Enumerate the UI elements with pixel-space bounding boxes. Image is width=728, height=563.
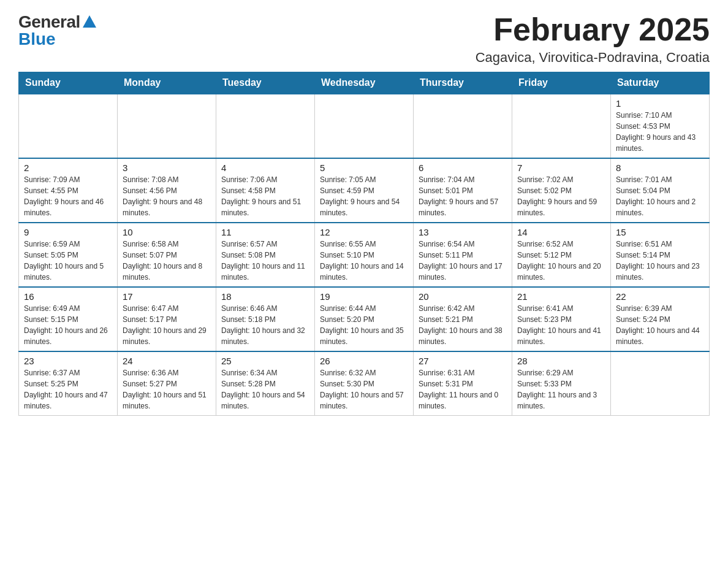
calendar-week-row: 2Sunrise: 7:09 AM Sunset: 4:55 PM Daylig… bbox=[19, 158, 710, 223]
day-number: 5 bbox=[320, 163, 408, 173]
day-number: 3 bbox=[123, 163, 211, 173]
day-info: Sunrise: 6:58 AM Sunset: 5:07 PM Dayligh… bbox=[123, 239, 211, 283]
day-number: 7 bbox=[517, 163, 605, 173]
calendar-cell bbox=[315, 94, 414, 158]
day-number: 24 bbox=[123, 356, 211, 366]
day-number: 21 bbox=[517, 291, 605, 302]
day-info: Sunrise: 6:47 AM Sunset: 5:17 PM Dayligh… bbox=[123, 303, 211, 347]
calendar-cell: 9Sunrise: 6:59 AM Sunset: 5:05 PM Daylig… bbox=[19, 223, 118, 287]
day-info: Sunrise: 6:51 AM Sunset: 5:14 PM Dayligh… bbox=[616, 239, 704, 283]
page-header: General Blue February 2025 Cagavica, Vir… bbox=[18, 12, 710, 66]
day-number: 10 bbox=[123, 227, 211, 237]
calendar-week-row: 9Sunrise: 6:59 AM Sunset: 5:05 PM Daylig… bbox=[19, 223, 710, 287]
svg-marker-0 bbox=[83, 15, 96, 28]
day-info: Sunrise: 6:49 AM Sunset: 5:15 PM Dayligh… bbox=[24, 303, 112, 347]
day-info: Sunrise: 6:36 AM Sunset: 5:27 PM Dayligh… bbox=[123, 367, 211, 412]
day-info: Sunrise: 6:37 AM Sunset: 5:25 PM Dayligh… bbox=[24, 367, 112, 412]
day-number: 8 bbox=[616, 163, 704, 173]
day-number: 20 bbox=[419, 291, 507, 302]
day-info: Sunrise: 6:55 AM Sunset: 5:10 PM Dayligh… bbox=[320, 239, 408, 283]
day-number: 2 bbox=[24, 163, 112, 173]
day-info: Sunrise: 7:10 AM Sunset: 4:53 PM Dayligh… bbox=[616, 110, 704, 154]
calendar-week-row: 1Sunrise: 7:10 AM Sunset: 4:53 PM Daylig… bbox=[19, 94, 710, 158]
month-year-title: February 2025 bbox=[476, 12, 710, 47]
calendar-cell: 11Sunrise: 6:57 AM Sunset: 5:08 PM Dayli… bbox=[216, 223, 315, 287]
weekday-header-friday: Friday bbox=[512, 72, 611, 94]
day-info: Sunrise: 6:54 AM Sunset: 5:11 PM Dayligh… bbox=[419, 239, 507, 283]
day-info: Sunrise: 6:44 AM Sunset: 5:20 PM Dayligh… bbox=[320, 303, 408, 347]
day-number: 9 bbox=[24, 227, 112, 237]
day-info: Sunrise: 6:59 AM Sunset: 5:05 PM Dayligh… bbox=[24, 239, 112, 283]
day-number: 1 bbox=[616, 98, 704, 109]
logo-triangle-icon bbox=[83, 15, 96, 28]
day-number: 13 bbox=[419, 227, 507, 237]
logo: General Blue bbox=[18, 12, 96, 49]
calendar-cell: 5Sunrise: 7:05 AM Sunset: 4:59 PM Daylig… bbox=[315, 158, 414, 223]
calendar-cell: 3Sunrise: 7:08 AM Sunset: 4:56 PM Daylig… bbox=[118, 158, 216, 223]
calendar-cell: 26Sunrise: 6:32 AM Sunset: 5:30 PM Dayli… bbox=[315, 351, 414, 416]
calendar-week-row: 23Sunrise: 6:37 AM Sunset: 5:25 PM Dayli… bbox=[19, 351, 710, 416]
calendar-cell bbox=[216, 94, 315, 158]
day-number: 23 bbox=[24, 356, 112, 366]
day-number: 18 bbox=[221, 291, 309, 302]
calendar-cell: 4Sunrise: 7:06 AM Sunset: 4:58 PM Daylig… bbox=[216, 158, 315, 223]
day-number: 26 bbox=[320, 356, 408, 366]
day-info: Sunrise: 6:57 AM Sunset: 5:08 PM Dayligh… bbox=[221, 239, 309, 283]
day-info: Sunrise: 7:08 AM Sunset: 4:56 PM Dayligh… bbox=[123, 174, 211, 218]
weekday-header-monday: Monday bbox=[118, 72, 216, 94]
day-info: Sunrise: 6:46 AM Sunset: 5:18 PM Dayligh… bbox=[221, 303, 309, 347]
weekday-header-row: SundayMondayTuesdayWednesdayThursdayFrid… bbox=[19, 72, 710, 94]
day-number: 16 bbox=[24, 291, 112, 302]
calendar-table: SundayMondayTuesdayWednesdayThursdayFrid… bbox=[18, 72, 710, 416]
day-info: Sunrise: 7:02 AM Sunset: 5:02 PM Dayligh… bbox=[517, 174, 605, 218]
day-number: 15 bbox=[616, 227, 704, 237]
day-info: Sunrise: 7:01 AM Sunset: 5:04 PM Dayligh… bbox=[616, 174, 704, 218]
weekday-header-thursday: Thursday bbox=[414, 72, 512, 94]
calendar-cell bbox=[512, 94, 611, 158]
day-info: Sunrise: 6:52 AM Sunset: 5:12 PM Dayligh… bbox=[517, 239, 605, 283]
day-info: Sunrise: 6:42 AM Sunset: 5:21 PM Dayligh… bbox=[419, 303, 507, 347]
day-number: 19 bbox=[320, 291, 408, 302]
day-number: 27 bbox=[419, 356, 507, 366]
calendar-cell bbox=[118, 94, 216, 158]
day-number: 4 bbox=[221, 163, 309, 173]
calendar-cell: 22Sunrise: 6:39 AM Sunset: 5:24 PM Dayli… bbox=[611, 287, 710, 351]
day-number: 11 bbox=[221, 227, 309, 237]
calendar-cell: 18Sunrise: 6:46 AM Sunset: 5:18 PM Dayli… bbox=[216, 287, 315, 351]
weekday-header-wednesday: Wednesday bbox=[315, 72, 414, 94]
calendar-cell: 12Sunrise: 6:55 AM Sunset: 5:10 PM Dayli… bbox=[315, 223, 414, 287]
calendar-cell: 8Sunrise: 7:01 AM Sunset: 5:04 PM Daylig… bbox=[611, 158, 710, 223]
calendar-cell: 16Sunrise: 6:49 AM Sunset: 5:15 PM Dayli… bbox=[19, 287, 118, 351]
calendar-cell: 24Sunrise: 6:36 AM Sunset: 5:27 PM Dayli… bbox=[118, 351, 216, 416]
calendar-cell: 2Sunrise: 7:09 AM Sunset: 4:55 PM Daylig… bbox=[19, 158, 118, 223]
day-info: Sunrise: 7:09 AM Sunset: 4:55 PM Dayligh… bbox=[24, 174, 112, 218]
day-number: 14 bbox=[517, 227, 605, 237]
day-info: Sunrise: 6:31 AM Sunset: 5:31 PM Dayligh… bbox=[419, 367, 507, 412]
day-info: Sunrise: 7:06 AM Sunset: 4:58 PM Dayligh… bbox=[221, 174, 309, 218]
day-number: 6 bbox=[419, 163, 507, 173]
calendar-cell: 15Sunrise: 6:51 AM Sunset: 5:14 PM Dayli… bbox=[611, 223, 710, 287]
day-number: 25 bbox=[221, 356, 309, 366]
weekday-header-tuesday: Tuesday bbox=[216, 72, 315, 94]
calendar-cell: 17Sunrise: 6:47 AM Sunset: 5:17 PM Dayli… bbox=[118, 287, 216, 351]
day-number: 12 bbox=[320, 227, 408, 237]
logo-blue-text: Blue bbox=[18, 29, 56, 49]
day-number: 17 bbox=[123, 291, 211, 302]
calendar-cell bbox=[414, 94, 512, 158]
calendar-cell: 19Sunrise: 6:44 AM Sunset: 5:20 PM Dayli… bbox=[315, 287, 414, 351]
calendar-cell: 20Sunrise: 6:42 AM Sunset: 5:21 PM Dayli… bbox=[414, 287, 512, 351]
calendar-cell: 28Sunrise: 6:29 AM Sunset: 5:33 PM Dayli… bbox=[512, 351, 611, 416]
calendar-cell: 6Sunrise: 7:04 AM Sunset: 5:01 PM Daylig… bbox=[414, 158, 512, 223]
calendar-cell bbox=[611, 351, 710, 416]
calendar-cell: 25Sunrise: 6:34 AM Sunset: 5:28 PM Dayli… bbox=[216, 351, 315, 416]
day-info: Sunrise: 6:32 AM Sunset: 5:30 PM Dayligh… bbox=[320, 367, 408, 412]
calendar-cell: 14Sunrise: 6:52 AM Sunset: 5:12 PM Dayli… bbox=[512, 223, 611, 287]
calendar-cell: 1Sunrise: 7:10 AM Sunset: 4:53 PM Daylig… bbox=[611, 94, 710, 158]
weekday-header-sunday: Sunday bbox=[19, 72, 118, 94]
calendar-cell: 21Sunrise: 6:41 AM Sunset: 5:23 PM Dayli… bbox=[512, 287, 611, 351]
calendar-cell: 13Sunrise: 6:54 AM Sunset: 5:11 PM Dayli… bbox=[414, 223, 512, 287]
calendar-cell: 10Sunrise: 6:58 AM Sunset: 5:07 PM Dayli… bbox=[118, 223, 216, 287]
calendar-week-row: 16Sunrise: 6:49 AM Sunset: 5:15 PM Dayli… bbox=[19, 287, 710, 351]
location-subtitle: Cagavica, Virovitica-Podravina, Croatia bbox=[476, 50, 710, 66]
calendar-cell: 7Sunrise: 7:02 AM Sunset: 5:02 PM Daylig… bbox=[512, 158, 611, 223]
